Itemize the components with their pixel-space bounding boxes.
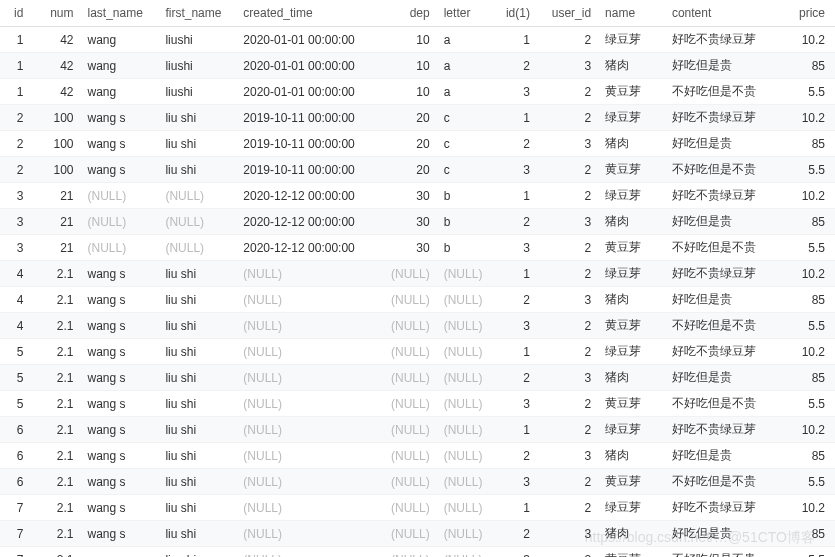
- cell: (NULL): [161, 235, 239, 261]
- cell: 1: [0, 79, 33, 105]
- column-header-id1[interactable]: id(1): [495, 0, 540, 27]
- cell: 2.1: [33, 261, 83, 287]
- cell: (NULL): [83, 235, 161, 261]
- cell: (NULL): [440, 339, 496, 365]
- cell: 2.1: [33, 339, 83, 365]
- table-header: idnumlast_namefirst_namecreated_timedepl…: [0, 0, 835, 27]
- table-row[interactable]: 2100wang sliu shi2019-10-11 00:00:0020c3…: [0, 157, 835, 183]
- cell: 2: [495, 53, 540, 79]
- column-header-content[interactable]: content: [668, 0, 779, 27]
- table-row[interactable]: 42.1wang sliu shi(NULL)(NULL)(NULL)23猪肉好…: [0, 287, 835, 313]
- cell: 10: [384, 53, 440, 79]
- table-row[interactable]: 72.1wang sliu shi(NULL)(NULL)(NULL)12绿豆芽…: [0, 495, 835, 521]
- cell: liushi: [161, 27, 239, 53]
- cell: wang: [83, 53, 161, 79]
- table-body: 142wangliushi2020-01-01 00:00:0010a12绿豆芽…: [0, 27, 835, 558]
- cell: 100: [33, 157, 83, 183]
- cell: (NULL): [440, 417, 496, 443]
- cell: 3: [0, 183, 33, 209]
- cell: 2019-10-11 00:00:00: [239, 131, 384, 157]
- cell: 不好吃但是不贵: [668, 547, 779, 558]
- cell: 1: [495, 495, 540, 521]
- cell: 猪肉: [601, 443, 668, 469]
- cell: 7: [0, 547, 33, 558]
- cell: 85: [779, 365, 835, 391]
- cell: 5: [0, 365, 33, 391]
- column-header-price[interactable]: price: [779, 0, 835, 27]
- cell: 85: [779, 131, 835, 157]
- table-row[interactable]: 72.1wang sliu shi(NULL)(NULL)(NULL)32黄豆芽…: [0, 547, 835, 558]
- cell: 好吃但是贵: [668, 287, 779, 313]
- cell: 85: [779, 521, 835, 547]
- cell: wang s: [83, 339, 161, 365]
- cell: c: [440, 157, 496, 183]
- cell: 2.1: [33, 495, 83, 521]
- column-header-dep[interactable]: dep: [384, 0, 440, 27]
- table-row[interactable]: 42.1wang sliu shi(NULL)(NULL)(NULL)32黄豆芽…: [0, 313, 835, 339]
- cell: 2.1: [33, 313, 83, 339]
- cell: (NULL): [384, 547, 440, 558]
- table-row[interactable]: 142wangliushi2020-01-01 00:00:0010a12绿豆芽…: [0, 27, 835, 53]
- cell: 42: [33, 79, 83, 105]
- table-row[interactable]: 2100wang sliu shi2019-10-11 00:00:0020c2…: [0, 131, 835, 157]
- cell: (NULL): [440, 443, 496, 469]
- table-row[interactable]: 142wangliushi2020-01-01 00:00:0010a32黄豆芽…: [0, 79, 835, 105]
- cell: 3: [540, 209, 601, 235]
- table-row[interactable]: 321(NULL)(NULL)2020-12-12 00:00:0030b32黄…: [0, 235, 835, 261]
- cell: (NULL): [440, 313, 496, 339]
- cell: 2020-01-01 00:00:00: [239, 79, 384, 105]
- cell: 不好吃但是不贵: [668, 391, 779, 417]
- cell: (NULL): [440, 391, 496, 417]
- cell: 10: [384, 27, 440, 53]
- cell: 3: [540, 443, 601, 469]
- table-row[interactable]: 52.1wang sliu shi(NULL)(NULL)(NULL)12绿豆芽…: [0, 339, 835, 365]
- cell: liu shi: [161, 157, 239, 183]
- table-row[interactable]: 2100wang sliu shi2019-10-11 00:00:0020c1…: [0, 105, 835, 131]
- cell: a: [440, 79, 496, 105]
- cell: 1: [495, 261, 540, 287]
- cell: 2020-12-12 00:00:00: [239, 183, 384, 209]
- cell: wang s: [83, 495, 161, 521]
- cell: 2: [540, 313, 601, 339]
- table-row[interactable]: 72.1wang sliu shi(NULL)(NULL)(NULL)23猪肉好…: [0, 521, 835, 547]
- column-header-letter[interactable]: letter: [440, 0, 496, 27]
- cell: 2.1: [33, 287, 83, 313]
- cell: 100: [33, 105, 83, 131]
- column-header-id[interactable]: id: [0, 0, 33, 27]
- column-header-firstname[interactable]: first_name: [161, 0, 239, 27]
- cell: 好吃但是贵: [668, 53, 779, 79]
- table-row[interactable]: 321(NULL)(NULL)2020-12-12 00:00:0030b12绿…: [0, 183, 835, 209]
- cell: (NULL): [239, 313, 384, 339]
- cell: 3: [495, 79, 540, 105]
- cell: 2: [495, 131, 540, 157]
- cell: 3: [495, 313, 540, 339]
- cell: 黄豆芽: [601, 469, 668, 495]
- cell: 1: [495, 417, 540, 443]
- table-row[interactable]: 142wangliushi2020-01-01 00:00:0010a23猪肉好…: [0, 53, 835, 79]
- cell: wang s: [83, 521, 161, 547]
- table-row[interactable]: 52.1wang sliu shi(NULL)(NULL)(NULL)32黄豆芽…: [0, 391, 835, 417]
- cell: (NULL): [440, 547, 496, 558]
- column-header-num[interactable]: num: [33, 0, 83, 27]
- table-row[interactable]: 62.1wang sliu shi(NULL)(NULL)(NULL)12绿豆芽…: [0, 417, 835, 443]
- cell: 不好吃但是不贵: [668, 469, 779, 495]
- column-header-createdtime[interactable]: created_time: [239, 0, 384, 27]
- cell: 绿豆芽: [601, 183, 668, 209]
- cell: 3: [540, 131, 601, 157]
- table-row[interactable]: 321(NULL)(NULL)2020-12-12 00:00:0030b23猪…: [0, 209, 835, 235]
- table-row[interactable]: 52.1wang sliu shi(NULL)(NULL)(NULL)23猪肉好…: [0, 365, 835, 391]
- cell: (NULL): [440, 521, 496, 547]
- cell: 42: [33, 53, 83, 79]
- column-header-userid[interactable]: user_id: [540, 0, 601, 27]
- cell: 10.2: [779, 339, 835, 365]
- cell: 2: [0, 105, 33, 131]
- cell: 2: [540, 261, 601, 287]
- cell: (NULL): [440, 261, 496, 287]
- cell: 30: [384, 235, 440, 261]
- table-row[interactable]: 62.1wang sliu shi(NULL)(NULL)(NULL)23猪肉好…: [0, 443, 835, 469]
- table-row[interactable]: 62.1wang sliu shi(NULL)(NULL)(NULL)32黄豆芽…: [0, 469, 835, 495]
- column-header-name[interactable]: name: [601, 0, 668, 27]
- table-row[interactable]: 42.1wang sliu shi(NULL)(NULL)(NULL)12绿豆芽…: [0, 261, 835, 287]
- cell: 不好吃但是不贵: [668, 157, 779, 183]
- column-header-lastname[interactable]: last_name: [83, 0, 161, 27]
